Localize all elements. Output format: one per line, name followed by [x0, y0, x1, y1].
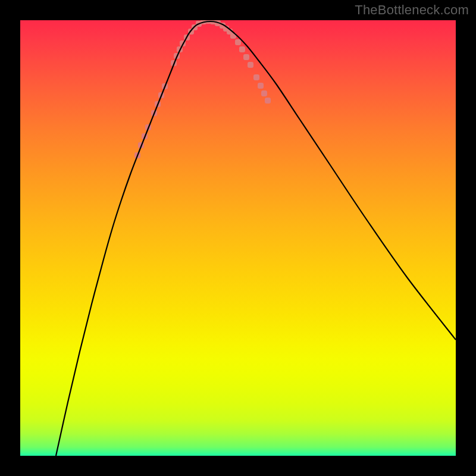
bead-marker [258, 83, 264, 89]
bead-marker [239, 46, 245, 52]
bead-marker [248, 62, 253, 68]
bead-marker [235, 39, 241, 45]
bead-marker [261, 90, 267, 96]
bead-marker [243, 54, 249, 60]
chart-frame: TheBottleneck.com [0, 0, 476, 476]
bottleneck-curve [56, 21, 456, 456]
bead-markers [134, 20, 271, 158]
curve-layer [20, 20, 456, 456]
watermark-text: TheBottleneck.com [355, 2, 469, 18]
bead-marker [253, 74, 259, 80]
bead-marker [265, 98, 271, 104]
plot-area [20, 20, 456, 456]
